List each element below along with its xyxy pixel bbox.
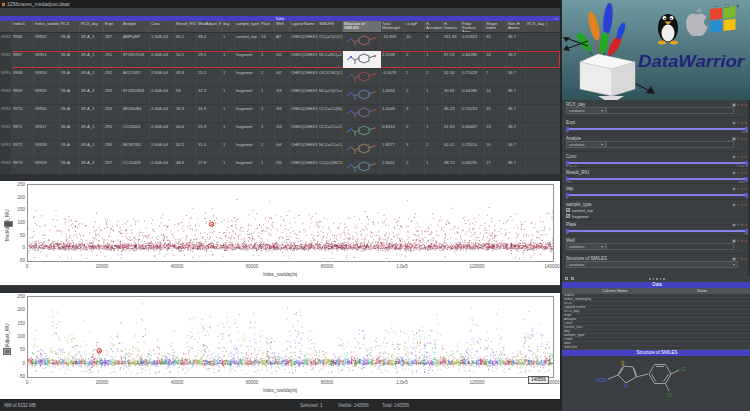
cell[interactable]: 1 (425, 123, 443, 140)
slider-handle-min[interactable] (566, 127, 569, 131)
cell[interactable]: 7 (485, 69, 507, 86)
structure-cell[interactable] (343, 69, 381, 86)
filter-range-slider[interactable] (566, 127, 748, 131)
cell[interactable]: -10.909 (381, 33, 405, 50)
cell[interactable]: 31.5 (197, 141, 222, 158)
structure-cell[interactable] (343, 105, 381, 122)
cell[interactable]: 59913 (34, 51, 60, 68)
cell[interactable]: 0.8312 (381, 123, 405, 140)
cell[interactable]: OC1=CC=CN=C1 (318, 123, 343, 140)
cell[interactable]: 2.1598 (381, 51, 405, 68)
checkbox-option[interactable]: ✓fragment (566, 213, 748, 219)
cell[interactable]: 2 (260, 105, 275, 122)
column-header-h-acceptors[interactable]: H-Acceptors (425, 21, 443, 32)
cell[interactable]: 39-A (60, 123, 80, 140)
cell[interactable]: AC17432 (122, 69, 150, 86)
structure-cell[interactable] (343, 87, 381, 104)
cell[interactable]: 51.33 (443, 123, 461, 140)
cell[interactable]: 9967 (12, 51, 34, 68)
cell[interactable]: MO30084 (122, 105, 150, 122)
cell[interactable]: 2 (405, 51, 425, 68)
table-row[interactable]: 5991999735991939-A39-A_1297CC104092.00E-… (0, 159, 560, 174)
cell[interactable]: 39-A_1 (80, 87, 104, 104)
cell[interactable]: 16 (485, 141, 507, 158)
cell[interactable]: 0.84286 (461, 51, 485, 68)
cell[interactable]: 2 (260, 69, 275, 86)
slider-handle-min[interactable] (566, 193, 569, 197)
cell[interactable]: 1 (222, 123, 235, 140)
cell[interactable]: 36.7 (507, 159, 526, 174)
cell[interactable]: 292 (104, 69, 122, 86)
cell[interactable]: 36.7 (507, 123, 526, 140)
cell[interactable]: 1 (425, 87, 443, 104)
cell[interactable]: CHK1(CHEK1) (290, 87, 318, 104)
cell[interactable]: 9972 (12, 141, 34, 158)
cell[interactable]: CC1=CC(N)=NC=C1 (318, 105, 343, 122)
structure-cell[interactable] (343, 123, 381, 140)
cell[interactable]: 36.7 (507, 141, 526, 158)
cell[interactable]: 2.00E-04 (150, 87, 175, 104)
column-header-total-molweight[interactable]: Total Molweight (381, 21, 405, 32)
column-header-polar-surface-area[interactable]: Polar Surface Area (461, 21, 485, 32)
close-button[interactable]: × (736, 3, 740, 9)
cell[interactable]: 2.00E-04 (150, 141, 175, 158)
structure-cell[interactable] (343, 51, 381, 68)
cell[interactable]: 2 (405, 159, 425, 174)
cell[interactable]: 291 (104, 51, 122, 68)
cell[interactable]: 43.9 (175, 69, 197, 86)
cell[interactable]: 31 (485, 33, 507, 50)
cell[interactable]: 1 (222, 105, 235, 122)
cell[interactable]: 0.70213 (461, 105, 485, 122)
main-table[interactable]: Index1Index_rowIdayInjRCXRCX_dayExptAnal… (0, 21, 560, 174)
cell[interactable]: fragment (235, 123, 260, 140)
cell[interactable]: 2 (405, 69, 425, 86)
cell[interactable]: 27.8 (197, 159, 222, 174)
filter-invert-icon[interactable]: ◑ (740, 222, 743, 227)
slider-handle-min[interactable] (566, 229, 569, 233)
cell[interactable]: 30.91 (443, 87, 461, 104)
column-header-well[interactable]: Well (275, 21, 290, 32)
cell[interactable]: G4 (275, 141, 290, 158)
table-row[interactable]: 5991799715991739-A39-A_1295CC320012.00E-… (0, 123, 560, 141)
filter-invert-icon[interactable]: ◑ (740, 238, 743, 243)
cell[interactable]: 1 (425, 159, 443, 174)
cell[interactable]: OC1CNC(O)C1 (318, 69, 343, 86)
slider-handle-min[interactable] (566, 161, 569, 165)
cell[interactable]: 39-A (60, 141, 80, 158)
cell[interactable]: CHK1(CHEK1) (290, 123, 318, 140)
cell[interactable]: 287 (104, 33, 122, 50)
cell[interactable]: fragment (235, 87, 260, 104)
cell[interactable]: fragment (235, 69, 260, 86)
cell[interactable]: 36.7 (507, 33, 526, 50)
cell[interactable]: MO97352 (122, 141, 150, 158)
cell[interactable]: CHK1(CHEK1) (290, 33, 318, 50)
cell[interactable]: 1.4334 (381, 87, 405, 104)
cell[interactable]: 1 (222, 87, 235, 104)
cell[interactable]: 39-A (60, 87, 80, 104)
cell[interactable]: 39-A (60, 51, 80, 68)
cell[interactable]: 1 (260, 159, 275, 174)
cell[interactable]: 36.7 (507, 51, 526, 68)
cell[interactable]: 9968 (12, 69, 34, 86)
plot-area[interactable] (27, 296, 554, 378)
cell[interactable]: 2.00E-04 (150, 123, 175, 140)
cell[interactable]: CHK1(CHEK1) (290, 51, 318, 68)
table-row[interactable]: 5991599695991539-A39-A_12938719103582.00… (0, 87, 560, 105)
structure-cell[interactable] (343, 141, 381, 158)
cell[interactable]: CC(=O)NC1=CC=CC=C1 (318, 159, 343, 174)
structure-cell[interactable] (343, 159, 381, 174)
table-row[interactable]: 5991899725991839-A39-A_1296MO973522.00E-… (0, 141, 560, 159)
maximize-button[interactable]: □ (725, 3, 729, 9)
cell[interactable]: 59915 (34, 87, 60, 104)
cell[interactable]: 871907018 (122, 51, 150, 68)
cell[interactable]: 48.5 (175, 159, 197, 174)
scatter-canvas[interactable] (28, 185, 553, 261)
cell[interactable]: 39-A_1 (80, 105, 104, 122)
scatter-plot-bottom[interactable]: MedAdjust_RIU250200150100500-50020000400… (0, 293, 560, 399)
cell[interactable]: 39-A (60, 105, 80, 122)
column-header-clogp[interactable]: cLogP (405, 21, 425, 32)
cell[interactable]: 10 (405, 33, 425, 50)
cell[interactable]: 3 (405, 141, 425, 158)
cell[interactable]: G2 (275, 51, 290, 68)
filter-text-input[interactable] (606, 243, 734, 250)
